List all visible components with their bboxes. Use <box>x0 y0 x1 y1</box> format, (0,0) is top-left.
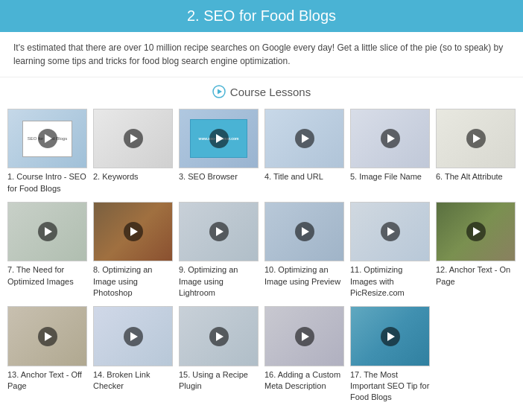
lesson-label: 17. The Most Important SEO Tip for Food … <box>350 369 430 404</box>
lesson-label: 16. Adding a Custom Meta Description <box>264 369 344 392</box>
lesson-thumbnail[interactable] <box>264 306 344 366</box>
lesson-thumbnail[interactable] <box>350 109 430 168</box>
play-button[interactable] <box>38 327 57 346</box>
lesson-item: 17. The Most Important SEO Tip for Food … <box>350 306 430 403</box>
lesson-item: 8. Optimizing an Image using Photoshop <box>93 202 173 299</box>
lesson-thumbnail[interactable] <box>350 202 430 261</box>
lesson-label: 12. Anchor Text - On Page <box>436 264 516 287</box>
lesson-thumbnail[interactable] <box>436 109 516 168</box>
lesson-item: 10. Optimizing an Image using Preview <box>264 202 344 299</box>
play-button[interactable] <box>466 222 486 241</box>
lesson-thumbnail[interactable] <box>264 109 344 168</box>
lesson-label: 14. Broken Link Checker <box>93 369 173 392</box>
lesson-item: 14. Broken Link Checker <box>93 306 173 403</box>
lesson-label: 5. Image File Name <box>350 171 430 182</box>
lesson-thumbnail[interactable] <box>436 202 516 261</box>
lesson-label: 7. The Need for Optimized Images <box>7 264 87 287</box>
page-container: 2. SEO for Food Blogs It's estimated tha… <box>0 0 523 419</box>
lesson-thumbnail[interactable] <box>7 202 87 261</box>
lesson-label: 10. Optimizing an Image using Preview <box>264 264 344 287</box>
play-button[interactable] <box>124 327 143 346</box>
lesson-thumbnail[interactable] <box>93 202 173 261</box>
section-icon <box>212 85 226 98</box>
lesson-thumbnail[interactable] <box>93 306 173 366</box>
lesson-item: 9. Optimizing an Image using Lightroom <box>179 202 259 299</box>
lesson-thumbnail[interactable] <box>350 306 430 366</box>
lesson-label: 11. Optimizing Images with PicResize.com <box>350 264 430 299</box>
lesson-label: 8. Optimizing an Image using Photoshop <box>93 264 173 299</box>
lesson-label: 4. Title and URL <box>264 171 344 182</box>
play-button[interactable] <box>209 327 229 346</box>
play-button[interactable] <box>381 222 400 241</box>
lesson-label: 2. Keywords <box>93 171 173 182</box>
lesson-item: 15. Using a Recipe Plugin <box>179 306 259 403</box>
lesson-thumbnail[interactable] <box>179 306 259 366</box>
play-button[interactable] <box>295 327 314 346</box>
play-button[interactable] <box>124 222 143 241</box>
play-button[interactable] <box>209 222 229 241</box>
lesson-item: 2. Keywords <box>93 109 173 194</box>
page-description: It's estimated that there are over 10 mi… <box>0 32 523 77</box>
play-button[interactable] <box>38 129 57 148</box>
play-button[interactable] <box>295 129 314 148</box>
play-button[interactable] <box>209 129 229 148</box>
lesson-item: 13. Anchor Text - Off Page <box>7 306 87 403</box>
lesson-item: 4. Title and URL <box>264 109 344 194</box>
lesson-label: 9. Optimizing an Image using Lightroom <box>179 264 259 299</box>
play-button[interactable] <box>381 129 400 148</box>
lesson-label: 6. The Alt Attribute <box>436 171 516 182</box>
lesson-thumbnail[interactable] <box>179 202 259 261</box>
page-title: 2. SEO for Food Blogs <box>0 7 523 25</box>
play-button[interactable] <box>38 222 57 241</box>
lesson-thumbnail[interactable] <box>7 306 87 366</box>
play-button[interactable] <box>295 222 314 241</box>
course-lessons-section: Course Lessons SEO for Food Blogs1. Cour… <box>0 77 523 419</box>
lesson-item: 5. Image File Name <box>350 109 430 194</box>
lesson-item: 11. Optimizing Images with PicResize.com <box>350 202 430 299</box>
lesson-item: www.seo-browser.com3. SEO Browser <box>179 109 259 194</box>
lesson-thumbnail[interactable] <box>264 202 344 261</box>
section-title: Course Lessons <box>7 85 516 98</box>
lesson-item: 12. Anchor Text - On Page <box>436 202 516 299</box>
lesson-item: 7. The Need for Optimized Images <box>7 202 87 299</box>
lesson-item: SEO for Food Blogs1. Course Intro - SEO … <box>7 109 87 194</box>
lesson-label: 13. Anchor Text - Off Page <box>7 369 87 392</box>
lesson-label: 1. Course Intro - SEO for Food Blogs <box>7 171 87 194</box>
lesson-label: 3. SEO Browser <box>179 171 259 182</box>
lesson-label: 15. Using a Recipe Plugin <box>179 369 259 392</box>
lesson-item: 16. Adding a Custom Meta Description <box>264 306 344 403</box>
lesson-thumbnail[interactable]: SEO for Food Blogs <box>7 109 87 168</box>
svg-marker-1 <box>218 89 222 95</box>
play-button[interactable] <box>381 327 400 346</box>
play-button[interactable] <box>466 129 486 148</box>
lesson-thumbnail[interactable]: www.seo-browser.com <box>179 109 259 168</box>
lesson-thumbnail[interactable] <box>93 109 173 168</box>
play-button[interactable] <box>124 129 143 148</box>
page-header: 2. SEO for Food Blogs <box>0 0 523 32</box>
lesson-item: 6. The Alt Attribute <box>436 109 516 194</box>
lessons-grid: SEO for Food Blogs1. Course Intro - SEO … <box>7 109 516 404</box>
